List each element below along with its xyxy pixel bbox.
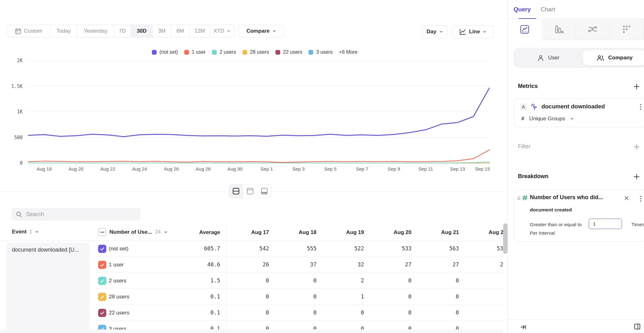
table-row: 2 users1.5002000: [94, 273, 508, 289]
layout-option-chart-only-view[interactable]: [243, 184, 257, 198]
svg-text:Aug 20: Aug 20: [69, 166, 84, 172]
svg-text:Sep 15: Sep 15: [475, 166, 490, 172]
legend-item[interactable]: 1 user: [184, 49, 206, 55]
line-chart[interactable]: 05001K1.5K2KAug 18Aug 20Aug 22Aug 24Aug …: [0, 56, 508, 177]
legend-label: 2 users: [219, 49, 236, 55]
layout-toggle: [229, 184, 272, 198]
event-cell-label: document downloaded [U...: [12, 247, 87, 253]
chart-type-dropdown[interactable]: Line: [452, 25, 494, 38]
chevron-down-icon: [164, 230, 168, 234]
legend-swatch: [242, 50, 247, 55]
cell-value: 0: [273, 273, 317, 289]
compare-button[interactable]: Compare: [239, 25, 284, 37]
date-column-header: Aug 19: [320, 229, 364, 236]
entity-company-label: Company: [608, 55, 632, 61]
event-cell[interactable]: document downloaded [U...: [6, 243, 90, 333]
tab-query[interactable]: Query: [514, 0, 531, 19]
range-button-custom[interactable]: Custom: [7, 25, 50, 37]
range-button-label: 6M: [176, 28, 184, 34]
series-checkbox[interactable]: [98, 277, 106, 285]
tab-query-label: Query: [514, 6, 531, 13]
chevron-down-icon: [227, 29, 230, 33]
search-box[interactable]: [11, 208, 141, 221]
cell-value: 27: [368, 257, 412, 273]
chevron-down-icon: [35, 230, 39, 234]
breakdown-card[interactable]: Number of Users who did... document crea…: [514, 189, 644, 242]
svg-text:Sep 7: Sep 7: [356, 166, 368, 172]
split-view-icon: [232, 187, 240, 195]
close-icon[interactable]: [624, 195, 629, 201]
entity-option-user[interactable]: User: [514, 48, 583, 68]
svg-text:Sep 5: Sep 5: [324, 166, 336, 172]
company-icon: [596, 54, 604, 62]
breakdown-section-title: Breakdown: [518, 173, 548, 180]
series-column-header[interactable]: Number of Use... 24: [98, 228, 168, 236]
series-label: 22 users: [109, 305, 129, 321]
add-breakdown-button[interactable]: [633, 173, 640, 180]
series-checkbox[interactable]: [98, 293, 106, 301]
cell-value: 0: [463, 289, 507, 305]
tab-flows[interactable]: [576, 19, 610, 40]
add-metric-button[interactable]: [633, 83, 640, 90]
breakdown-kebab-icon[interactable]: [640, 195, 641, 202]
range-button-3m[interactable]: 3M: [153, 25, 171, 37]
add-filter-button[interactable]: [633, 144, 640, 150]
breakdown-value-input[interactable]: [589, 219, 622, 229]
series-label: (not set): [109, 241, 128, 257]
layout-option-split-view[interactable]: [229, 184, 243, 198]
breakdown-property-name: Number of Users who did...: [530, 194, 603, 201]
metric-card[interactable]: A document downloaded # Unique Groups: [514, 98, 644, 127]
tab-chart[interactable]: Chart: [541, 0, 555, 19]
cell-value: 563: [415, 241, 459, 257]
cell-value: 555: [273, 241, 317, 257]
series-checkbox[interactable]: [98, 261, 106, 269]
cell-value: 0: [415, 273, 459, 289]
range-button-label: Custom: [24, 28, 42, 34]
tab-retention[interactable]: [610, 19, 644, 40]
search-input[interactable]: [26, 211, 136, 218]
cell-value: 26: [225, 257, 269, 273]
flows-icon: [587, 24, 598, 35]
range-button-label: 3M: [158, 28, 166, 34]
drag-handle-icon[interactable]: [517, 196, 521, 200]
table-horizontal-scroll-track: [0, 330, 503, 333]
tab-insights[interactable]: [508, 19, 542, 40]
range-button-7d[interactable]: 7D: [114, 25, 131, 37]
table-row: 28 users0.1001000: [94, 289, 508, 305]
date-range-picker: CustomTodayYesterday7D30D3M6M12MXTD: [7, 25, 234, 37]
range-button-12m[interactable]: 12M: [190, 25, 210, 37]
legend-item[interactable]: (not set): [152, 49, 178, 55]
collapse-sidebar-icon[interactable]: [520, 324, 527, 330]
legend-more[interactable]: +6 More: [339, 49, 358, 55]
cell-value: 0: [368, 273, 412, 289]
interval-dropdown[interactable]: Day: [422, 25, 448, 38]
date-column-header: Aug 20: [368, 229, 412, 236]
panel-layout-icon[interactable]: [634, 323, 641, 330]
svg-text:Aug 26: Aug 26: [164, 166, 179, 172]
metric-kebab-icon[interactable]: [640, 104, 641, 110]
select-all-checkbox[interactable]: [98, 228, 106, 236]
layout-option-table-only-view[interactable]: [258, 184, 271, 198]
legend-swatch: [275, 50, 280, 55]
metric-aggregation-row[interactable]: # Unique Groups: [521, 115, 574, 123]
numeric-property-icon: [522, 195, 528, 201]
event-header-count: 1: [29, 229, 32, 235]
event-column-header[interactable]: Event 1: [12, 229, 39, 235]
series-checkbox[interactable]: [98, 245, 106, 253]
legend-item[interactable]: 28 users: [242, 49, 269, 55]
svg-text:Aug 24: Aug 24: [132, 166, 147, 172]
series-label: 1 user: [109, 257, 124, 273]
entity-option-company[interactable]: Company: [583, 50, 644, 65]
range-button-30d[interactable]: 30D: [131, 25, 153, 37]
legend-item[interactable]: 2 users: [212, 49, 236, 55]
range-button-yesterday[interactable]: Yesterday: [77, 25, 114, 37]
series-checkbox[interactable]: [98, 309, 106, 317]
table-scrollbar[interactable]: [503, 223, 508, 254]
range-button-6m[interactable]: 6M: [171, 25, 190, 37]
compare-label: Compare: [247, 28, 270, 34]
tab-funnels[interactable]: [542, 19, 576, 40]
range-button-xtd[interactable]: XTD: [210, 25, 234, 37]
legend-item[interactable]: 3 users: [308, 49, 332, 55]
range-button-today[interactable]: Today: [50, 25, 77, 37]
legend-item[interactable]: 22 users: [275, 49, 302, 55]
